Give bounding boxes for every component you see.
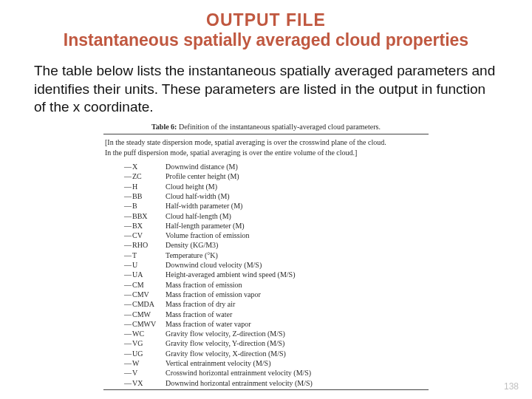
- em-dash-icon: —: [124, 202, 132, 210]
- corner-accent: [0, 381, 16, 395]
- param-symbol: —UG: [124, 349, 166, 358]
- param-symbol: —ZC: [124, 171, 166, 181]
- param-symbol: —VX: [124, 378, 166, 388]
- table-row: —CMVMass fraction of emission vapor: [124, 290, 429, 299]
- param-symbol-text: CMW: [132, 310, 151, 318]
- param-description: Gravity flow velocity, X-direction (M/S): [166, 349, 429, 358]
- table-row: —TTemperature (°K): [124, 250, 429, 260]
- param-symbol: —H: [124, 182, 166, 191]
- em-dash-icon: —: [124, 290, 132, 299]
- param-description: Mass fraction of emission: [166, 280, 429, 290]
- title-line-2: Instantaneous spatially averaged cloud p…: [44, 30, 488, 50]
- param-description: Gravity flow velocity, Y-direction (M/S): [166, 338, 429, 348]
- table-row: —CMDAMass fraction of dry air: [124, 299, 429, 309]
- param-symbol-text: W: [132, 359, 139, 367]
- param-description: Volume fraction of emission: [166, 231, 429, 240]
- param-description: Height-averaged ambient wind speed (M/S): [166, 270, 429, 279]
- em-dash-icon: —: [124, 270, 132, 279]
- param-symbol-text: CMV: [132, 290, 149, 299]
- param-symbol: —T: [124, 250, 166, 260]
- param-symbol: —BBX: [124, 211, 166, 221]
- param-symbol: —X: [124, 162, 166, 171]
- param-symbol-text: CMWV: [132, 320, 156, 328]
- param-symbol-text: CV: [132, 231, 143, 239]
- page-number: 138: [504, 381, 519, 392]
- table-row: —BBXCloud half-length (M): [124, 211, 429, 221]
- param-description: Temperature (°K): [166, 250, 429, 260]
- em-dash-icon: —: [124, 281, 132, 289]
- em-dash-icon: —: [124, 231, 132, 239]
- param-description: Downwind horizontal entrainment velocity…: [166, 378, 429, 388]
- param-description: Profile center height (M): [166, 171, 429, 181]
- param-symbol-text: U: [132, 261, 137, 269]
- param-symbol-text: X: [132, 163, 137, 171]
- table-rule-bottom: [103, 389, 429, 390]
- param-symbol: —V: [124, 368, 166, 378]
- em-dash-icon: —: [124, 222, 132, 230]
- em-dash-icon: —: [124, 320, 132, 328]
- param-symbol-text: BX: [132, 222, 143, 230]
- param-symbol-text: T: [132, 251, 137, 259]
- param-symbol-text: BBX: [132, 212, 148, 220]
- table-row: —WVertical entrainment velocity (M/S): [124, 358, 429, 368]
- param-symbol: —B: [124, 201, 166, 211]
- table-row: —CMWVMass fraction of water vapor: [124, 319, 429, 329]
- parameter-list: —XDownwind distance (M)—ZCProfile center…: [103, 160, 429, 389]
- param-symbol: —CMWV: [124, 319, 166, 329]
- param-description: Vertical entrainment velocity (M/S): [166, 358, 429, 368]
- param-description: Cloud half-length (M): [166, 211, 429, 221]
- em-dash-icon: —: [124, 330, 132, 338]
- table-note-line2: In the puff dispersion mode, spatial ave…: [105, 148, 427, 158]
- title-line-1: OUTPUT FILE: [44, 10, 488, 30]
- em-dash-icon: —: [124, 261, 132, 269]
- slide-title-block: OUTPUT FILE Instantaneous spatially aver…: [0, 0, 532, 55]
- param-description: Mass fraction of water: [166, 310, 429, 319]
- param-symbol: —CM: [124, 280, 166, 290]
- param-description: Downwind cloud velocity (M/S): [166, 260, 429, 270]
- param-symbol-text: CMDA: [132, 300, 154, 308]
- param-symbol-text: BB: [132, 192, 142, 200]
- em-dash-icon: —: [124, 241, 132, 249]
- param-description: Cloud half-width (M): [166, 191, 429, 201]
- em-dash-icon: —: [124, 212, 132, 220]
- em-dash-icon: —: [124, 359, 132, 367]
- em-dash-icon: —: [124, 310, 132, 318]
- table-row: —HCloud height (M): [124, 182, 429, 191]
- param-symbol: —BX: [124, 221, 166, 231]
- param-description: Half-width parameter (M): [166, 201, 429, 211]
- parameter-table: Table 6: Definition of the instantaneous…: [103, 121, 429, 390]
- param-symbol-text: B: [132, 202, 137, 210]
- param-symbol-text: ZC: [132, 172, 142, 180]
- table-caption-text: Definition of the instantaneous spatiall…: [179, 123, 381, 131]
- table-row: —CVVolume fraction of emission: [124, 231, 429, 240]
- table-row: —BBCloud half-width (M): [124, 191, 429, 201]
- table-row: —RHODensity (KG/M3): [124, 240, 429, 250]
- table-row: —VXDownwind horizontal entrainment veloc…: [124, 378, 429, 388]
- param-description: Mass fraction of emission vapor: [166, 290, 429, 299]
- param-symbol-text: H: [132, 183, 137, 191]
- em-dash-icon: —: [124, 300, 132, 308]
- param-description: Gravity flow velocity, Z-direction (M/S): [166, 329, 429, 338]
- table-row: —XDownwind distance (M): [124, 162, 429, 171]
- em-dash-icon: —: [124, 183, 132, 191]
- param-description: Density (KG/M3): [166, 240, 429, 250]
- param-symbol-text: WC: [132, 330, 144, 338]
- param-symbol: —CMDA: [124, 299, 166, 309]
- em-dash-icon: —: [124, 379, 132, 387]
- body-paragraph: The table below lists the instantaneous …: [0, 55, 532, 121]
- param-symbol-text: RHO: [132, 241, 148, 249]
- em-dash-icon: —: [124, 192, 132, 200]
- param-description: Downwind distance (M): [166, 162, 429, 171]
- param-symbol: —BB: [124, 191, 166, 201]
- param-symbol-text: V: [132, 369, 137, 377]
- param-symbol: —CV: [124, 231, 166, 240]
- param-description: Mass fraction of water vapor: [166, 319, 429, 329]
- em-dash-icon: —: [124, 369, 132, 377]
- param-symbol: —CMW: [124, 310, 166, 319]
- em-dash-icon: —: [124, 349, 132, 358]
- table-row: —CMMass fraction of emission: [124, 280, 429, 290]
- param-symbol: —W: [124, 358, 166, 368]
- param-symbol-text: UG: [132, 349, 143, 358]
- param-description: Half-length parameter (M): [166, 221, 429, 231]
- table-row: —BHalf-width parameter (M): [124, 201, 429, 211]
